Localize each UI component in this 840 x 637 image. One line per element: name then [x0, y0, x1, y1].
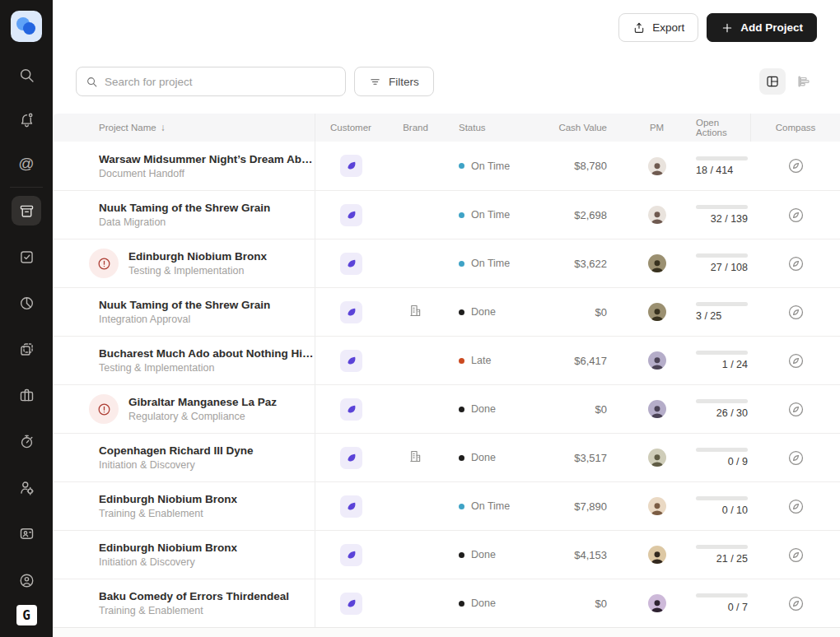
status-label: Late [471, 355, 491, 366]
column-header-compass[interactable]: Compass [751, 123, 840, 133]
brand-logo[interactable]: G [16, 605, 37, 625]
compass-icon[interactable] [785, 593, 806, 614]
open-actions-cell: 0 / 9 [696, 434, 751, 481]
pm-avatar[interactable] [648, 254, 666, 272]
pm-avatar[interactable] [648, 351, 666, 370]
table-view-button[interactable] [759, 68, 786, 95]
sidebar-item-contacts-card-icon[interactable] [12, 518, 41, 548]
compass-icon[interactable] [785, 301, 806, 323]
customer-leaf-icon[interactable] [340, 495, 362, 518]
filters-button[interactable]: Filters [354, 67, 434, 96]
project-name: Edinburgh Niobium Bronx [128, 250, 267, 263]
table-row[interactable]: Baku Comedy of Errors Thirdendeal Traini… [53, 579, 840, 627]
cash-value: $4,153 [574, 549, 607, 561]
cash-value-cell: $8,780 [535, 142, 618, 190]
column-header-status[interactable]: Status [445, 123, 535, 133]
search-icon[interactable] [12, 60, 41, 90]
compass-icon[interactable] [785, 204, 806, 226]
pm-avatar[interactable] [648, 546, 666, 564]
column-header-project-name[interactable]: Project Name ↓ [53, 114, 315, 142]
compass-icon[interactable] [785, 495, 806, 517]
compass-icon[interactable] [785, 350, 806, 371]
customer-leaf-icon[interactable] [340, 593, 362, 615]
customer-leaf-icon[interactable] [340, 253, 362, 275]
brand-cell [386, 385, 445, 433]
customer-leaf-icon[interactable] [340, 447, 362, 469]
customer-leaf-icon[interactable] [340, 398, 362, 421]
sidebar-item-timer-icon[interactable] [12, 426, 41, 456]
pm-avatar[interactable] [648, 206, 666, 224]
progress-track [696, 253, 748, 258]
export-button[interactable]: Export [618, 13, 698, 42]
customer-leaf-icon[interactable] [340, 301, 362, 323]
compass-icon[interactable] [785, 156, 806, 177]
search-input[interactable] [105, 76, 336, 88]
column-header-brand[interactable]: Brand [386, 123, 445, 133]
timeline-view-button[interactable] [791, 68, 817, 95]
sidebar-item-archive[interactable] [12, 196, 41, 226]
sidebar-item-tasks[interactable] [12, 242, 41, 272]
cash-value: $6,417 [574, 355, 607, 367]
sidebar-item-team-settings-icon[interactable] [12, 472, 41, 502]
mentions-icon[interactable]: @ [12, 149, 41, 179]
open-actions-cell: 0 / 7 [696, 579, 751, 627]
compass-icon[interactable] [785, 447, 806, 468]
pm-avatar[interactable] [648, 400, 666, 418]
table-row[interactable]: Bucharest Much Ado about Nothing Hide Te… [53, 336, 840, 384]
project-name-cell: Edinburgh Niobium Bronx Initiation & Dis… [53, 531, 315, 579]
filter-icon [369, 76, 381, 88]
open-actions-cell: 0 / 10 [696, 482, 751, 530]
brand-building-icon[interactable] [408, 303, 423, 322]
table-row[interactable]: Gibraltar Manganese La Paz Regulatory & … [53, 384, 840, 433]
notifications-bell-icon[interactable] [12, 105, 41, 134]
table-row[interactable]: Edinburgh Niobium Bronx Initiation & Dis… [53, 530, 840, 579]
sidebar-item-portfolio-briefcase-icon[interactable] [12, 380, 41, 410]
warning-alert-icon [89, 249, 119, 278]
account-user-circle-icon[interactable] [12, 565, 41, 595]
table-row[interactable]: Edinburgh Niobium Bronx Training & Enabl… [53, 481, 840, 530]
customer-leaf-icon[interactable] [340, 155, 362, 177]
pm-avatar[interactable] [648, 594, 666, 612]
status-cell: Late [445, 337, 535, 384]
add-project-button[interactable]: Add Project [707, 13, 817, 42]
customer-leaf-icon[interactable] [340, 350, 362, 372]
table-row[interactable]: Nuuk Taming of the Shrew Grain Integrati… [53, 287, 840, 336]
compass-icon[interactable] [785, 398, 806, 420]
plus-icon [721, 21, 734, 35]
open-actions-count: 0 / 10 [696, 504, 748, 516]
status-dot [459, 358, 464, 364]
sidebar-item-copies-icon[interactable] [12, 334, 41, 364]
project-name: Edinburgh Niobium Bronx [99, 493, 237, 505]
column-header-customer[interactable]: Customer [315, 123, 386, 133]
table-row[interactable]: Nuuk Taming of the Shrew Grain Data Migr… [53, 190, 840, 239]
pm-avatar[interactable] [648, 157, 666, 175]
app-logo[interactable] [11, 11, 42, 42]
cash-value-cell: $3,517 [535, 434, 618, 481]
column-header-open-actions[interactable]: Open Actions [696, 114, 751, 142]
pm-avatar[interactable] [648, 303, 666, 321]
brand-building-icon[interactable] [408, 449, 423, 467]
compass-icon[interactable] [785, 544, 806, 565]
compass-icon[interactable] [785, 253, 806, 274]
brand-cell [386, 142, 445, 190]
pm-cell [618, 482, 696, 530]
customer-leaf-icon[interactable] [340, 544, 362, 566]
table-row[interactable]: Warsaw Midsummer Night’s Dream Abampere … [53, 142, 840, 190]
pm-avatar[interactable] [648, 449, 666, 467]
table-row[interactable]: Copenhagen Richard III Dyne Initiation &… [53, 433, 840, 481]
view-switcher [759, 68, 817, 95]
filters-label: Filters [389, 76, 419, 88]
status-label: Done [471, 597, 496, 609]
column-header-cash-value[interactable]: Cash Value [535, 123, 618, 133]
status-dot [459, 261, 464, 267]
table-row[interactable]: Edinburgh Niobium Bronx Testing & Implem… [53, 239, 840, 287]
open-actions-count: 21 / 25 [696, 553, 748, 565]
brand-cell [386, 531, 445, 579]
column-header-pm[interactable]: PM [618, 123, 696, 133]
pm-avatar[interactable] [648, 497, 666, 515]
status-dot [459, 601, 464, 607]
status-dot [459, 455, 464, 461]
customer-leaf-icon[interactable] [340, 204, 362, 226]
sidebar-item-reports-pie-icon[interactable] [12, 288, 41, 318]
sort-descending-icon[interactable]: ↓ [161, 122, 166, 133]
